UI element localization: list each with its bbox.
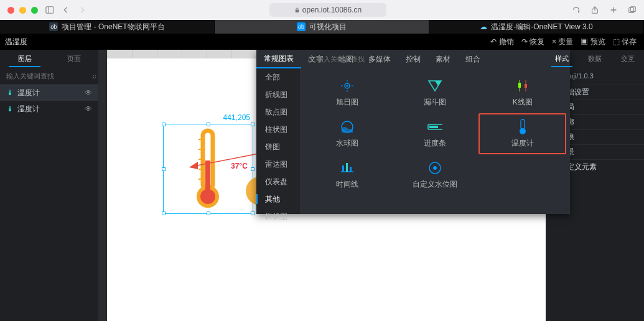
sun-icon <box>340 78 355 93</box>
component-liquid[interactable]: 水球图 <box>304 113 391 154</box>
menu-side-item[interactable]: 其他 <box>256 190 300 208</box>
address-bar[interactable]: open.iot.10086.cn <box>269 3 386 17</box>
component-search[interactable]: ⌕ <box>300 50 570 68</box>
menu-side-item[interactable]: 雷达图 <box>256 156 300 173</box>
resize-handle[interactable] <box>162 212 166 215</box>
minimize-window-icon[interactable] <box>19 7 26 14</box>
tabs-icon[interactable] <box>628 6 637 14</box>
timeline-icon <box>340 160 355 175</box>
component-progress[interactable]: 进度条 <box>391 113 479 154</box>
menu-tab[interactable]: 常规图表 <box>256 50 301 68</box>
tab-pages[interactable]: 页面 <box>49 50 98 67</box>
forward-icon[interactable] <box>78 6 86 14</box>
svg-rect-36 <box>346 163 348 172</box>
tab-icon: ob <box>297 22 306 31</box>
resize-handle[interactable] <box>251 212 254 215</box>
layer-item[interactable]: 🌡温度计👁 <box>0 85 98 101</box>
svg-rect-4 <box>629 8 634 13</box>
close-window-icon[interactable] <box>7 7 14 14</box>
preview-button[interactable]: ▣ 预览 <box>578 37 607 47</box>
left-panel: 图层 页面 ⌕ 🌡温度计👁 🌡湿度计👁 <box>0 50 98 321</box>
thermometer-widget <box>192 128 224 210</box>
browser-tab[interactable]: ob可视化项目 <box>215 20 429 34</box>
svg-point-33 <box>520 128 526 134</box>
svg-rect-35 <box>342 165 344 172</box>
component-label: K线图 <box>513 97 533 108</box>
redo-button[interactable]: ↷ 恢复 <box>519 37 547 47</box>
menu-side-item[interactable]: 折线图 <box>256 86 300 103</box>
layer-search[interactable]: ⌕ <box>0 67 98 85</box>
menu-side-item[interactable]: 饼图 <box>256 138 300 156</box>
progress-icon <box>427 119 442 134</box>
reload-icon[interactable] <box>572 6 581 14</box>
browser-tab[interactable]: ☁温湿度-编辑-OneNET View 3.0 <box>429 20 644 34</box>
share-icon[interactable] <box>590 6 599 14</box>
svg-rect-26 <box>518 83 521 88</box>
search-icon: ⌕ <box>307 55 312 63</box>
component-search-input[interactable] <box>317 55 562 63</box>
app-bar: 温湿度 ↶ 撤销 ↷ 恢复 × 变量 ▣ 预览 ⬚ 保存 <box>0 34 644 50</box>
visibility-icon[interactable]: 👁 <box>85 88 92 97</box>
variables-button[interactable]: × 变量 <box>549 37 576 47</box>
svg-rect-37 <box>350 167 352 172</box>
component-label: 旭日图 <box>336 97 358 108</box>
browser-tab[interactable]: ob项目管理 - OneNET物联网平台 <box>0 20 215 34</box>
component-label: 温度计 <box>511 138 534 149</box>
layer-item[interactable]: 🌡湿度计👁 <box>0 101 98 117</box>
tab-icon: ob <box>49 22 58 31</box>
svg-point-39 <box>433 166 437 170</box>
app-title: 温湿度 <box>5 37 27 47</box>
resize-handle[interactable] <box>162 123 166 126</box>
component-label: 自定义水位图 <box>413 179 457 190</box>
component-label: 时间线 <box>336 179 358 190</box>
component-funnel[interactable]: 漏斗图 <box>391 72 479 113</box>
component-label: 水球图 <box>336 138 358 149</box>
menu-side-item[interactable]: 树状图 <box>256 208 300 225</box>
svg-rect-31 <box>429 126 438 128</box>
url-text: open.iot.10086.cn <box>302 6 362 14</box>
svg-rect-28 <box>525 84 527 88</box>
resize-handle[interactable] <box>162 167 166 171</box>
browser-tabs: ob项目管理 - OneNET物联网平台 ob可视化项目 ☁温湿度-编辑-One… <box>0 20 644 34</box>
thermometer-icon: 🌡 <box>6 88 14 97</box>
svg-marker-24 <box>435 81 441 86</box>
component-custom[interactable]: 自定义水位图 <box>391 154 479 195</box>
resize-handle[interactable] <box>207 123 210 126</box>
resize-handle[interactable] <box>251 123 254 126</box>
new-tab-icon[interactable] <box>609 6 618 14</box>
tab-interact[interactable]: 交互 <box>611 50 644 67</box>
component-timeline[interactable]: 时间线 <box>304 154 391 195</box>
component-sun[interactable]: 旭日图 <box>304 72 391 113</box>
component-thermo[interactable]: 温度计 <box>478 113 566 154</box>
layer-search-input[interactable] <box>6 72 92 80</box>
funnel-icon <box>427 78 442 93</box>
svg-rect-5 <box>630 7 635 12</box>
resize-handle[interactable] <box>251 167 254 171</box>
component-menu: 常规图表 文字 地图 多媒体 控制 素材 组合 全部 折线图 散点图 柱状图 饼… <box>256 50 570 214</box>
menu-side-item[interactable]: 仪表盘 <box>256 173 300 190</box>
thermometer-icon: 🌡 <box>6 105 14 113</box>
canvas[interactable]: 441,205 37°C 常规图表 文字 地图 多媒体 控制 素 <box>98 50 546 321</box>
tab-layers[interactable]: 图层 <box>0 50 49 67</box>
tab-style[interactable]: 样式 <box>546 50 579 67</box>
save-button[interactable]: ⬚ 保存 <box>610 37 639 47</box>
cloud-icon: ☁ <box>480 22 487 31</box>
back-icon[interactable] <box>62 6 70 14</box>
resize-handle[interactable] <box>207 212 210 215</box>
menu-side-item[interactable]: 全部 <box>256 68 300 86</box>
temperature-value: 37°C <box>231 162 248 170</box>
visibility-icon[interactable]: 👁 <box>85 105 92 113</box>
tab-data[interactable]: 数据 <box>579 50 612 67</box>
component-candle[interactable]: K线图 <box>478 72 566 113</box>
lock-icon <box>294 7 300 13</box>
menu-side-item[interactable]: 散点图 <box>256 103 300 121</box>
zoom-window-icon[interactable] <box>31 7 38 14</box>
selection-box[interactable]: 441,205 37°C <box>163 124 253 214</box>
svg-point-18 <box>347 85 348 86</box>
menu-side-item[interactable]: 柱状图 <box>256 121 300 138</box>
coord-label: 441,205 <box>223 113 250 122</box>
component-label: 进度条 <box>424 138 446 149</box>
undo-button[interactable]: ↶ 撤销 <box>488 37 516 47</box>
component-label: 漏斗图 <box>424 97 446 108</box>
sidebar-icon[interactable] <box>45 6 54 14</box>
